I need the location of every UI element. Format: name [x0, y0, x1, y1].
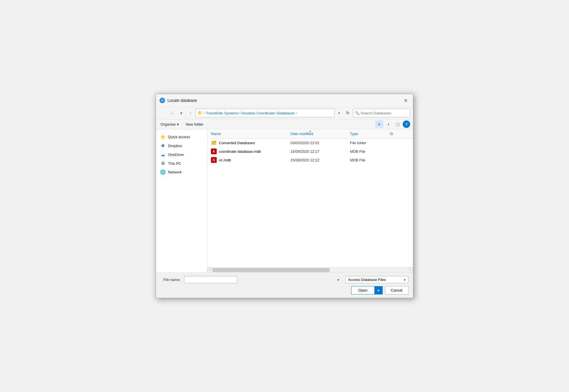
breadcrumb-pin-icon: «	[204, 111, 205, 115]
access-file-icon: A	[211, 157, 217, 163]
this-pc-icon: 🖥	[160, 161, 166, 166]
breadcrumb-end-chevron: ›	[296, 111, 297, 115]
quick-access-icon: ⭐	[160, 134, 166, 140]
back-button[interactable]: ←	[159, 109, 167, 117]
filename-input[interactable]	[184, 276, 237, 283]
filename-label: File name:	[161, 278, 181, 282]
file-type: MDB File	[350, 158, 390, 162]
app-icon: V	[159, 98, 165, 103]
hscroll-left-button[interactable]: ‹	[208, 268, 213, 273]
search-input[interactable]	[361, 111, 408, 115]
dropdown-history-button[interactable]: ▾	[177, 109, 185, 117]
sort-arrow-icon: ▲	[309, 129, 312, 132]
sidebar-item-dropbox[interactable]: ❖ Dropbox	[156, 142, 207, 150]
new-folder-button[interactable]: New folder	[184, 121, 205, 127]
file-date: 03/03/2020 22:01	[291, 141, 350, 145]
sidebar-item-label-onedrive: OneDrive	[168, 153, 184, 157]
filename-row: File name: Access Database Files	[161, 276, 408, 283]
table-row[interactable]: A coordinate database.mdb 15/09/2020 12:…	[208, 147, 413, 156]
file-name: vc.mdb	[219, 158, 231, 162]
file-name: coordinate database.mdb	[219, 149, 261, 154]
search-box: 🔍	[353, 109, 410, 117]
help-button[interactable]: ?	[403, 120, 410, 128]
sidebar-item-label-dropbox: Dropbox	[168, 144, 182, 148]
file-name-cell: A coordinate database.mdb	[211, 149, 291, 154]
toolbar: Organize ▾ New folder ≡ ▾ ⬜ ?	[156, 119, 413, 129]
buttons-row: Open ▼ Cancel	[161, 286, 408, 294]
file-date: 15/09/2020 12:12	[291, 158, 350, 162]
breadcrumb-item-2[interactable]: Databases	[277, 111, 295, 115]
open-button-group: Open ▼	[351, 286, 383, 294]
column-header-date[interactable]: Date modified	[291, 130, 350, 137]
sidebar-item-label-network: Network	[168, 170, 182, 174]
list-view-icon: ≡	[378, 122, 380, 126]
table-row[interactable]: A vc.mdb 15/09/2020 12:12 MDB File	[208, 156, 413, 164]
breadcrumb-dropdown-button[interactable]: ▾	[336, 109, 343, 117]
column-header-size[interactable]: Si	[390, 130, 410, 137]
sidebar-item-this-pc[interactable]: 🖥 This PC	[156, 159, 207, 167]
filename-dropdown-wrapper	[184, 276, 342, 283]
locate-database-dialog: V Locate database ✕ ← → ▾ ↑ 📁 « Transfin…	[156, 94, 413, 298]
sidebar-item-network[interactable]: 🌐 Network	[156, 168, 207, 176]
content-area: ⭐ Quick access ❖ Dropbox ☁ OneDrive 🖥 Th…	[156, 129, 413, 272]
filetype-select[interactable]: Access Database Files	[345, 276, 408, 283]
svg-text:V: V	[161, 99, 163, 102]
hscroll-right-button[interactable]: ›	[408, 268, 413, 273]
table-row[interactable]: Converted Databases 03/03/2020 22:01 Fil…	[208, 138, 413, 147]
breadcrumb-sep-1: ›	[275, 111, 276, 115]
cancel-button[interactable]: Cancel	[385, 286, 408, 294]
sidebar: ⭐ Quick access ❖ Dropbox ☁ OneDrive 🖥 Th…	[156, 129, 208, 272]
sidebar-item-quick-access[interactable]: ⭐ Quick access	[156, 133, 207, 141]
dropbox-icon: ❖	[160, 143, 166, 149]
breadcrumb-sep-0: ›	[239, 111, 240, 115]
dialog-title: Locate database	[167, 98, 197, 103]
close-button[interactable]: ✕	[402, 96, 410, 104]
folder-icon: 📁	[197, 110, 203, 116]
open-button[interactable]: Open	[351, 286, 375, 294]
filetype-wrapper: Access Database Files	[345, 276, 408, 283]
file-list: Converted Databases 03/03/2020 22:01 Fil…	[208, 138, 413, 267]
file-name: Converted Databases	[219, 141, 255, 145]
bottom-bar: File name: Access Database Files Open ▼ …	[156, 272, 413, 298]
search-icon: 🔍	[355, 111, 359, 115]
breadcrumb-item-0[interactable]: Transfinite Systems	[206, 111, 238, 115]
up-button[interactable]: ↑	[186, 109, 194, 117]
open-dropdown-button[interactable]: ▼	[375, 286, 383, 294]
toolbar-right: ≡ ▾ ⬜ ?	[375, 120, 410, 128]
sidebar-item-label-quick-access: Quick access	[168, 135, 190, 139]
sidebar-item-label-this-pc: This PC	[168, 161, 181, 166]
onedrive-icon: ☁	[160, 152, 166, 157]
panel-view-button[interactable]: ⬜	[394, 120, 402, 128]
file-type: File folder	[350, 141, 390, 145]
network-icon: 🌐	[160, 169, 166, 175]
access-file-icon: A	[211, 149, 217, 154]
refresh-button[interactable]: ↻	[344, 109, 352, 117]
details-view-dropdown[interactable]: ▾	[384, 120, 392, 128]
file-name-cell: A vc.mdb	[211, 157, 291, 163]
sidebar-item-onedrive[interactable]: ☁ OneDrive	[156, 151, 207, 159]
hscroll-track[interactable]	[213, 268, 408, 272]
horizontal-scrollbar: ‹ ›	[208, 267, 413, 272]
file-list-container: ▲ Name Date modified Type Si	[208, 129, 413, 272]
file-list-header: ▲ Name Date modified Type Si	[208, 129, 413, 138]
panel-view-icon: ⬜	[395, 122, 400, 126]
forward-button[interactable]: →	[168, 109, 176, 117]
column-header-type[interactable]: Type	[350, 130, 390, 137]
breadcrumb[interactable]: 📁 « Transfinite Systems › Visualise Coor…	[195, 109, 335, 117]
breadcrumb-item-1[interactable]: Visualise Coordinate	[241, 111, 275, 115]
list-view-button[interactable]: ≡	[375, 120, 383, 128]
file-type: MDB File	[350, 149, 390, 154]
title-bar-left: V Locate database	[159, 98, 197, 103]
hscroll-thumb[interactable]	[213, 268, 330, 272]
nav-bar: ← → ▾ ↑ 📁 « Transfinite Systems › Visual…	[156, 107, 413, 119]
file-date: 15/09/2020 12:17	[291, 149, 350, 154]
column-header-name[interactable]: Name	[211, 130, 291, 137]
folder-icon	[211, 140, 217, 146]
organize-button[interactable]: Organize ▾	[159, 121, 181, 127]
title-bar: V Locate database ✕	[156, 94, 413, 107]
file-name-cell: Converted Databases	[211, 140, 291, 146]
